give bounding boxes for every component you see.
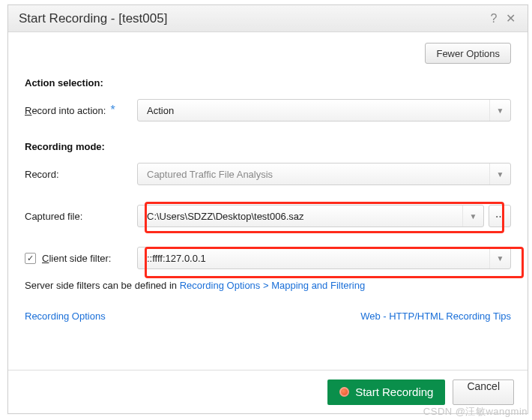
- chevron-down-icon: ▼: [489, 248, 510, 268]
- start-recording-button[interactable]: Start Recording: [327, 380, 445, 405]
- start-recording-dialog: Start Recording - [test005] ? ✕ Fewer Op…: [7, 4, 528, 414]
- mapping-and-filtering-link[interactable]: Recording Options > Mapping and Filterin…: [180, 280, 366, 291]
- chevron-down-icon: ▼: [462, 206, 483, 226]
- row-client-side-filter: ✓ Client side filter: ::ffff:127.0.0.1 ▼: [25, 247, 511, 269]
- web-recording-tips-link[interactable]: Web - HTTP/HTML Recording Tips: [360, 310, 511, 322]
- chevron-down-icon: ▼: [489, 100, 510, 121]
- browse-file-button[interactable]: ⋯: [489, 205, 511, 227]
- label-client-side-filter: ✓ Client side filter:: [25, 253, 137, 264]
- dialog-body: Fewer Options Action selection: Record i…: [8, 32, 528, 413]
- server-side-filters-note: Server side filters can be defined in Re…: [25, 280, 511, 291]
- client-side-filter-select[interactable]: ::ffff:127.0.0.1 ▼: [137, 247, 511, 269]
- label-record: Record:: [25, 169, 137, 180]
- chevron-down-icon: ▼: [489, 164, 510, 184]
- record-mode-select[interactable]: Captured Traffic File Analysis ▼: [137, 163, 511, 185]
- cancel-button[interactable]: Cancel: [453, 380, 514, 405]
- help-icon[interactable]: ?: [486, 5, 502, 32]
- row-record: Record: Captured Traffic File Analysis ▼: [25, 163, 511, 185]
- label-captured-file: Captured file:: [25, 211, 137, 222]
- check-icon: ✓: [27, 254, 34, 263]
- label-record-into-action: Record into action: *: [25, 104, 137, 117]
- fewer-options-button[interactable]: Fewer Options: [425, 43, 511, 64]
- captured-file-input[interactable]: C:\Users\SDZZ\Desktop\test006.saz ▼: [137, 205, 484, 227]
- client-side-filter-checkbox[interactable]: ✓: [25, 253, 36, 264]
- row-record-into-action: Record into action: * Action ▼: [25, 99, 511, 122]
- action-select[interactable]: Action ▼: [137, 99, 511, 122]
- row-captured-file: Captured file: C:\Users\SDZZ\Desktop\tes…: [25, 205, 511, 227]
- dialog-title: Start Recording - [test005]: [19, 5, 486, 32]
- section-action-selection: Action selection:: [25, 77, 511, 88]
- ellipsis-icon: ⋯: [495, 211, 505, 222]
- recording-options-link[interactable]: Recording Options: [25, 310, 106, 322]
- titlebar: Start Recording - [test005] ? ✕: [8, 5, 528, 32]
- record-icon: [339, 387, 349, 397]
- required-star-icon: *: [110, 104, 115, 117]
- section-recording-mode: Recording mode:: [25, 141, 511, 152]
- close-icon[interactable]: ✕: [502, 5, 519, 32]
- dialog-footer: Start Recording Cancel: [8, 370, 528, 413]
